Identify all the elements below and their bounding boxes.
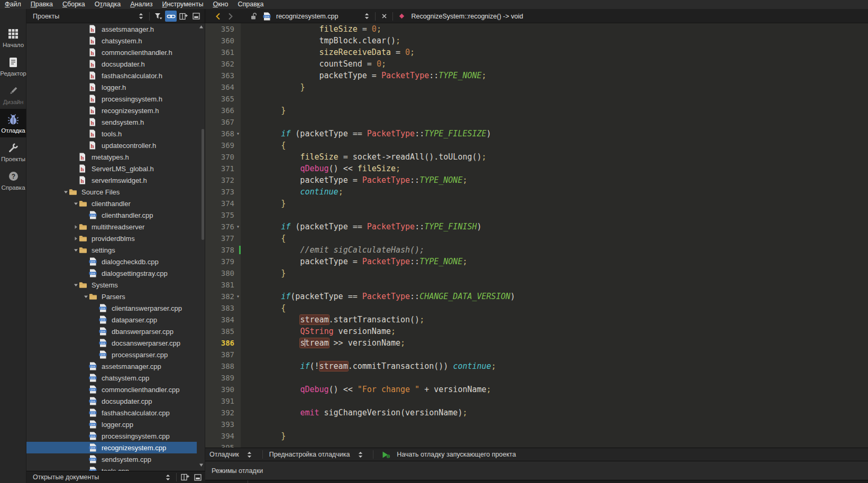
expand-open-icon[interactable] [72,248,79,253]
mode-item-3[interactable]: Отладка [0,109,26,137]
line-number[interactable]: 385 [205,326,241,337]
menu-item-0[interactable]: Файл [0,0,26,9]
code-text[interactable]: continue; [241,186,343,198]
line-number[interactable]: 376▾ [205,221,241,233]
expand-open-icon[interactable] [83,294,89,299]
line-number[interactable]: 360 [205,35,241,47]
code-text[interactable]: if (packetType == PacketType::TYPE_FINIS… [241,221,482,233]
line-number[interactable]: 375 [205,209,241,221]
projects-panel-title[interactable]: Проекты [26,13,59,20]
line-number[interactable]: 384 [205,314,241,326]
tree-item[interactable]: c++ clienthandler.cpp [26,209,197,221]
code-line[interactable]: 386 stream >> versionName; [205,337,868,349]
code-line[interactable]: 374 } [205,198,868,209]
code-editor[interactable]: 359 fileSize = 0; 360 tmpBlock.clear(); … [205,23,868,448]
code-text[interactable] [241,209,243,221]
filter-icon[interactable] [152,11,164,22]
debugger-combo[interactable]: Отладчик [205,449,260,460]
line-number[interactable]: 388 [205,360,241,372]
code-line[interactable]: 379 packetType = PacketType::TYPE_NONE; [205,256,868,267]
code-text[interactable]: } [241,267,286,279]
code-line[interactable]: 370 fileSize = socket->readAll().toULong… [205,151,868,163]
debug-preset-combo[interactable]: Преднастройка отладчика [265,449,371,460]
tree-item[interactable]: c++ processingsystem.cpp [26,430,197,442]
open-documents-title[interactable]: Открытые документы [26,473,99,481]
tree-item[interactable]: c++ fasthashcalculator.cpp [26,407,197,419]
line-number[interactable]: 369 [205,140,241,151]
code-text[interactable] [241,116,243,128]
line-number[interactable]: 367 [205,116,241,128]
expand-open-icon[interactable] [62,190,69,194]
tree-item[interactable]: multithreadserver [26,221,197,233]
menu-item-5[interactable]: Инструменты [157,0,208,9]
line-number[interactable]: 387 [205,349,241,360]
code-line[interactable]: 365 [205,93,868,105]
line-number[interactable]: 377 [205,233,241,244]
line-number[interactable]: 366 [205,105,241,116]
code-line[interactable]: 387 [205,349,868,360]
code-line[interactable]: 362 countSend = 0; [205,58,868,70]
fold-marker-icon[interactable]: ▾ [236,291,240,302]
scroll-up-icon[interactable] [197,23,205,31]
tree-item[interactable]: c++ sendsystem.cpp [26,453,197,465]
line-number[interactable]: 359 [205,23,241,35]
menu-item-3[interactable]: Отладка [90,0,125,9]
code-line[interactable]: 388 if(!stream.commitTransaction()) cont… [205,360,868,372]
code-line[interactable]: 394 } [205,430,868,442]
line-number[interactable]: 361 [205,47,241,58]
line-number[interactable]: 382▾ [205,291,241,302]
line-number[interactable]: 368▾ [205,128,241,140]
menu-item-4[interactable]: Анализ [125,0,157,9]
code-line[interactable]: 377 { [205,233,868,244]
expand-closed-icon[interactable] [72,236,79,241]
open-file-combo[interactable]: recognizesystem.cpp [276,13,338,20]
tree-item[interactable]: h ServerLMS_global.h [26,163,197,174]
code-line[interactable]: 395 [205,442,868,448]
line-number[interactable]: 390 [205,384,241,395]
code-text[interactable]: stream >> versionName; [241,337,405,349]
tree-item[interactable]: h tools.h [26,128,197,140]
code-text[interactable]: } [241,198,286,209]
tree-item[interactable]: h updatecontroller.h [26,140,197,151]
file-combo-arrows-icon[interactable] [361,11,372,22]
sort-combo-icon[interactable] [162,472,173,483]
file-lock-icon[interactable] [248,11,260,22]
tree-item[interactable]: h chatsystem.h [26,35,197,47]
split-add-icon[interactable] [178,11,189,22]
code-text[interactable]: sizeReceiveData = 0; [241,47,415,58]
code-text[interactable] [241,279,243,291]
menu-item-7[interactable]: Справка [233,0,268,9]
tree-item[interactable]: c++ chatsystem.cpp [26,372,197,384]
code-text[interactable]: } [241,430,286,442]
code-text[interactable]: packetType = PacketType::TYPE_NONE; [241,174,467,186]
code-line[interactable]: 389 [205,372,868,384]
code-line[interactable]: 373 continue; [205,186,868,198]
code-text[interactable]: qDebug() << fileSize; [241,163,400,174]
code-line[interactable]: 367 [205,116,868,128]
code-text[interactable]: if(!stream.commitTransaction()) continue… [241,360,496,372]
line-number[interactable]: 391 [205,395,241,407]
line-number[interactable]: 364 [205,81,241,93]
tree-item[interactable]: c++ docsanswerparser.cpp [26,337,197,349]
tree-item[interactable]: c++ clientanswerparser.cpp [26,302,197,314]
line-number[interactable]: 373 [205,186,241,198]
scroll-down-icon[interactable] [197,461,205,469]
code-line[interactable]: 372 packetType = PacketType::TYPE_NONE; [205,174,868,186]
tree-item[interactable]: c++ dialogsettingstray.cpp [26,267,197,279]
code-text[interactable]: if (packetType == PacketType::TYPE_FILES… [241,128,491,140]
menu-item-6[interactable]: Окно [208,0,233,9]
tree-item[interactable]: h logger.h [26,81,197,93]
tree-item[interactable]: c++ dialogcheckdb.cpp [26,256,197,267]
code-line[interactable]: 375 [205,209,868,221]
tree-item[interactable]: c++ docsupdater.cpp [26,395,197,407]
expand-open-icon[interactable] [72,201,79,206]
code-line[interactable]: 366 } [205,105,868,116]
line-number[interactable]: 362 [205,58,241,70]
expand-open-icon[interactable] [72,283,79,287]
tree-item[interactable]: c++ assetsmanager.cpp [26,360,197,372]
code-text[interactable]: stream.startTransaction(); [241,314,424,326]
code-line[interactable]: 371 qDebug() << fileSize; [205,163,868,174]
code-line[interactable]: 380 } [205,267,868,279]
code-text[interactable]: } [241,105,286,116]
line-number[interactable]: 389 [205,372,241,384]
